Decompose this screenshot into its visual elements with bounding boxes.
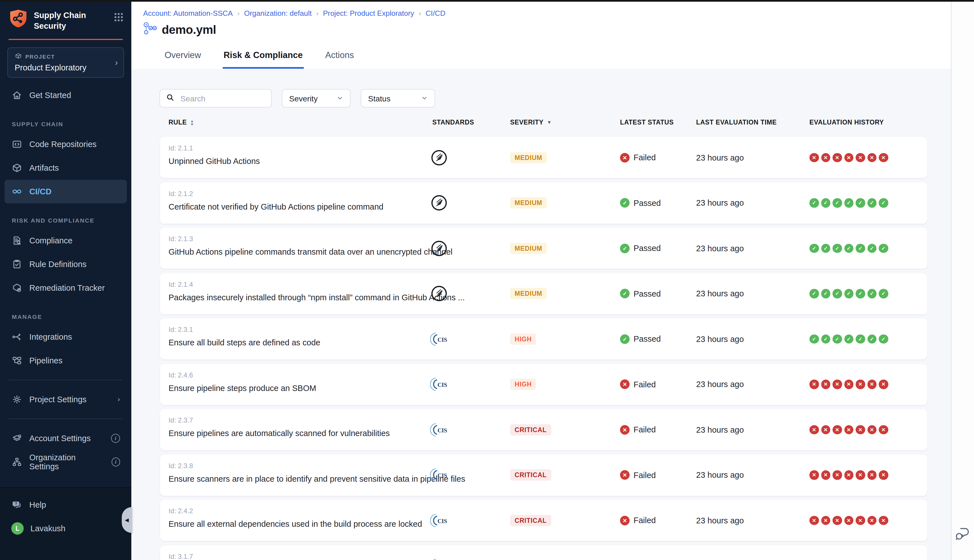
svg-text:CIS: CIS xyxy=(437,518,447,524)
sidebar-item-label: Pipelines xyxy=(29,356,63,365)
table-row[interactable]: Id: 2.1.4 Packages insecurely installed … xyxy=(160,273,927,314)
tab-bar: OverviewRisk & ComplianceActions xyxy=(163,50,355,69)
status-label: Passed xyxy=(634,289,661,298)
cis-standard-icon: CIS xyxy=(430,512,449,528)
status-filter-dropdown[interactable]: Status xyxy=(361,89,435,108)
sidebar-item-remediation-tracker[interactable]: Remediation Tracker xyxy=(5,276,127,300)
history-pass-icon: ✓ xyxy=(879,244,888,253)
project-cube-icon xyxy=(15,52,22,60)
sidebar-item-compliance[interactable]: Compliance xyxy=(5,228,127,252)
gear-icon xyxy=(11,393,23,405)
history-pass-icon: ✓ xyxy=(867,289,877,298)
help-label: Help xyxy=(29,500,46,509)
filter-controls: Severity Status xyxy=(160,89,435,108)
sidebar-item-integrations[interactable]: Integrations xyxy=(5,325,127,348)
status-label: Failed xyxy=(634,153,656,162)
last-evaluation-time: 23 hours ago xyxy=(696,153,744,162)
table-row[interactable]: Id: 2.1.2 Certificate not verified by Gi… xyxy=(160,182,927,223)
rule-title: Ensure all build steps are defined as co… xyxy=(168,338,320,347)
status-label: Failed xyxy=(634,470,656,480)
table-row[interactable]: Id: 2.4.2 Ensure all external dependenci… xyxy=(160,500,927,541)
history-pass-icon: ✓ xyxy=(856,244,865,253)
sidebar-section-manage: MANAGE xyxy=(0,300,131,325)
table-row[interactable]: Id: 2.4.6 Ensure pipeline steps produce … xyxy=(160,364,927,405)
last-evaluation-time: 23 hours ago xyxy=(696,289,744,298)
tab-overview[interactable]: Overview xyxy=(163,50,202,69)
sidebar-item-rule-definitions[interactable]: Rule Definitions xyxy=(5,252,127,276)
rule-id: Id: 2.3.7 xyxy=(168,416,193,424)
search-icon xyxy=(166,93,175,104)
org-icon xyxy=(11,456,23,467)
chevron-right-icon: › xyxy=(118,395,120,403)
breadcrumb-link-1[interactable]: Account: Automation-SSCA xyxy=(143,9,233,17)
history-pass-icon: ✓ xyxy=(832,334,842,344)
history-pass-icon: ✓ xyxy=(821,244,830,253)
rule-id: Id: 2.1.3 xyxy=(168,235,193,243)
severity-badge: MEDIUM xyxy=(510,243,547,254)
table-row[interactable]: Id: 2.1.1 Unpinned GitHub Actions MEDIUM… xyxy=(160,137,927,178)
latest-status: ✓Passed xyxy=(620,243,661,253)
user-menu[interactable]: L Lavakush xyxy=(5,517,127,540)
evaluation-history: ✕✕✕✕✕✕✕ xyxy=(809,516,888,525)
history-fail-icon: ✕ xyxy=(867,425,877,434)
sidebar-item-get-started[interactable]: Get Started xyxy=(5,83,127,107)
tab-risk-compliance[interactable]: Risk & Compliance xyxy=(222,50,304,69)
history-pass-icon: ✓ xyxy=(879,334,888,344)
breadcrumb-link-2[interactable]: Organization: default xyxy=(244,9,312,17)
brand-divider xyxy=(8,38,123,40)
sidebar-item-pipelines[interactable]: Pipelines xyxy=(5,348,127,372)
failed-x-icon: ✕ xyxy=(620,515,630,525)
page-header: Account: Automation-SSCA›Organization: d… xyxy=(131,2,951,69)
project-selector-card[interactable]: PROJECT Product Exploratory › xyxy=(7,47,124,77)
passed-check-icon: ✓ xyxy=(620,334,630,344)
sidebar-item-account-settings[interactable]: Account Settingsi xyxy=(5,426,127,450)
sidebar-item-code-repositories[interactable]: Code Repositories xyxy=(5,132,127,156)
breadcrumb-link-3[interactable]: Project: Product Exploratory xyxy=(323,9,414,17)
tab-actions[interactable]: Actions xyxy=(324,50,355,69)
info-icon: i xyxy=(111,457,120,466)
history-fail-icon: ✕ xyxy=(809,470,819,480)
history-fail-icon: ✕ xyxy=(844,470,853,480)
chevron-down-icon xyxy=(337,94,343,103)
severity-badge: MEDIUM xyxy=(510,152,547,163)
status-label: Passed xyxy=(634,198,661,207)
rule-id: Id: 3.1.7 xyxy=(168,552,193,560)
window-top-bar xyxy=(0,0,974,2)
rule-id: Id: 2.4.2 xyxy=(168,507,193,515)
history-fail-icon: ✕ xyxy=(867,470,877,480)
sidebar-item-artifacts[interactable]: Artifacts xyxy=(5,156,127,180)
table-row[interactable]: Id: 2.1.3 GitHub Actions pipeline comman… xyxy=(160,228,927,269)
table-row[interactable]: Id: 3.1.7 CIS CRITICAL ✕Failed 23 hours … xyxy=(160,545,927,560)
breadcrumb-link-4[interactable]: CI/CD xyxy=(425,9,445,17)
history-fail-icon: ✕ xyxy=(844,516,853,525)
sidebar-item-ci-cd[interactable]: CI/CD xyxy=(5,180,127,203)
sidebar-item-project-settings[interactable]: Project Settings› xyxy=(5,387,127,411)
table-row[interactable]: Id: 2.3.1 Ensure all build steps are def… xyxy=(160,318,927,360)
cis-standard-icon: CIS xyxy=(430,376,449,392)
breadcrumb-separator: › xyxy=(316,9,319,17)
history-pass-icon: ✓ xyxy=(856,289,865,298)
column-label: LAST EVALUATION TIME xyxy=(696,119,777,126)
history-fail-icon: ✕ xyxy=(821,153,830,162)
history-fail-icon: ✕ xyxy=(821,516,830,525)
latest-status: ✕Failed xyxy=(620,153,656,162)
layers-icon xyxy=(11,432,23,444)
history-pass-icon: ✓ xyxy=(821,289,830,298)
sidebar-item-label: Organization Settings xyxy=(29,453,105,471)
severity-filter-dropdown[interactable]: Severity xyxy=(282,89,350,108)
history-fail-icon: ✕ xyxy=(879,516,888,525)
history-pass-icon: ✓ xyxy=(809,289,819,298)
table-row[interactable]: Id: 2.3.8 Ensure scanners are in place t… xyxy=(160,454,927,495)
sidebar-item-label: Get Started xyxy=(29,90,71,100)
module-switcher-grid-icon[interactable] xyxy=(114,9,123,24)
feedback-chat-icon[interactable] xyxy=(955,527,970,543)
severity-filter-label: Severity xyxy=(289,94,318,103)
search-input[interactable] xyxy=(179,93,265,103)
chevron-down-icon xyxy=(421,94,428,103)
table-row[interactable]: Id: 2.3.7 Ensure pipelines are automatic… xyxy=(160,409,927,450)
rules-table: Id: 2.1.1 Unpinned GitHub Actions MEDIUM… xyxy=(160,137,927,560)
failed-x-icon: ✕ xyxy=(620,153,630,162)
sidebar-item-help[interactable]: ? Help xyxy=(5,493,127,517)
sidebar-item-organization-settings[interactable]: Organization Settingsi xyxy=(5,450,127,473)
column-header-latest-status: LATEST STATUS xyxy=(620,119,696,126)
